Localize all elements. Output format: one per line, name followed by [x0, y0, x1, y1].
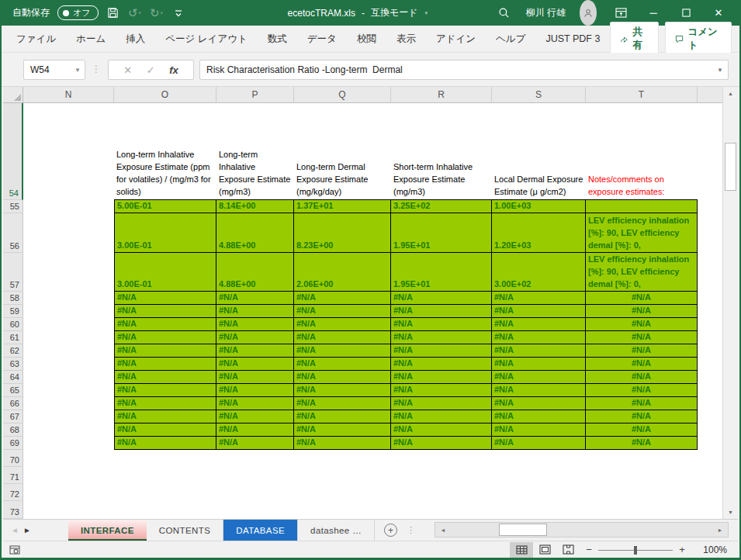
- cell-Q62[interactable]: #N/A: [294, 344, 391, 358]
- cell-N62[interactable]: [23, 344, 114, 358]
- cell-R68[interactable]: #N/A: [391, 423, 492, 437]
- cell-O58[interactable]: #N/A: [114, 292, 216, 305]
- cell-T68[interactable]: #N/A: [586, 423, 698, 437]
- cell-Q56[interactable]: 8.23E+00: [294, 213, 391, 253]
- undo-button[interactable]: ↺▾: [128, 6, 142, 20]
- macro-record-button[interactable]: [9, 545, 20, 555]
- cell-R55[interactable]: 3.25E+02: [391, 200, 492, 213]
- add-sheet-button[interactable]: +: [384, 524, 397, 537]
- cell-R69[interactable]: #N/A: [391, 437, 492, 450]
- cell-T61[interactable]: #N/A: [586, 331, 698, 344]
- autosave-toggle[interactable]: オフ: [57, 5, 99, 20]
- cell-O64[interactable]: #N/A: [114, 371, 216, 384]
- ribbon-tab-10[interactable]: JUST PDF 3: [535, 27, 610, 50]
- cell-S54[interactable]: Local Dermal Exposure Estimate (μ g/cm2): [492, 103, 586, 200]
- cell-Q66[interactable]: #N/A: [294, 397, 391, 410]
- hscroll-thumb[interactable]: [499, 524, 547, 536]
- cell-Q59[interactable]: #N/A: [294, 305, 391, 318]
- cell-Q65[interactable]: #N/A: [294, 384, 391, 397]
- cell-Q57[interactable]: 2.06E+00: [294, 253, 391, 292]
- cell-T66[interactable]: #N/A: [586, 397, 698, 410]
- zoom-out-button[interactable]: −: [580, 544, 598, 555]
- cell-R56[interactable]: 1.95E+01: [391, 213, 492, 253]
- vscroll-down-button[interactable]: ▼: [723, 506, 738, 519]
- cell-S64[interactable]: #N/A: [492, 371, 586, 384]
- ribbon-tab-2[interactable]: 挿入: [116, 26, 155, 52]
- column-header-Q[interactable]: Q: [294, 87, 391, 103]
- row-header-55[interactable]: 55: [3, 200, 23, 213]
- formula-input[interactable]: Risk Characterisation Ratio -Long-term D…: [199, 60, 729, 80]
- cell-Q60[interactable]: #N/A: [294, 318, 391, 331]
- cell-S61[interactable]: #N/A: [492, 331, 586, 344]
- cell-P61[interactable]: #N/A: [216, 331, 294, 344]
- cell-T65[interactable]: #N/A: [586, 384, 698, 397]
- cell-O56[interactable]: 3.00E-01: [114, 213, 216, 253]
- cell-T60[interactable]: #N/A: [586, 318, 698, 331]
- cell-P58[interactable]: #N/A: [216, 292, 294, 305]
- cell-O61[interactable]: #N/A: [114, 331, 216, 344]
- cell-N63[interactable]: [23, 358, 114, 371]
- cell-T63[interactable]: #N/A: [586, 358, 698, 371]
- cell-O65[interactable]: #N/A: [114, 384, 216, 397]
- row-header-66[interactable]: 66: [3, 397, 23, 410]
- row-header-68[interactable]: 68: [3, 423, 23, 437]
- view-page-layout-button[interactable]: [533, 542, 556, 558]
- cell-T55[interactable]: [586, 200, 698, 213]
- cell-S55[interactable]: 1.00E+03: [492, 200, 586, 213]
- cell-O59[interactable]: #N/A: [114, 305, 216, 318]
- cell-P69[interactable]: #N/A: [216, 437, 294, 450]
- search-button[interactable]: [489, 0, 520, 26]
- cell-S58[interactable]: #N/A: [492, 292, 586, 305]
- zoom-slider[interactable]: [598, 542, 673, 558]
- cancel-button[interactable]: ✕: [123, 64, 132, 76]
- cell-N55[interactable]: [23, 200, 114, 213]
- cell-N56[interactable]: [23, 213, 114, 253]
- view-page-break-button[interactable]: [556, 542, 580, 558]
- cell-N61[interactable]: [23, 331, 114, 344]
- empty-row-72[interactable]: [23, 484, 725, 501]
- ribbon-tab-7[interactable]: 表示: [386, 26, 426, 52]
- ribbon-tab-6[interactable]: 校閲: [347, 26, 386, 52]
- cell-O68[interactable]: #N/A: [114, 423, 216, 437]
- cell-R64[interactable]: #N/A: [391, 371, 492, 384]
- cell-P65[interactable]: #N/A: [216, 384, 294, 397]
- cell-P55[interactable]: 8.14E+00: [216, 200, 294, 213]
- cell-Q54[interactable]: Long-term Dermal Exposure Estimate (mg/k…: [294, 103, 391, 200]
- column-header-T[interactable]: T: [586, 87, 698, 103]
- cell-Q58[interactable]: #N/A: [294, 292, 391, 305]
- cell-Q69[interactable]: #N/A: [294, 437, 391, 450]
- cell-Q64[interactable]: #N/A: [294, 371, 391, 384]
- sheet-nav-right-button[interactable]: ►: [16, 526, 39, 534]
- cell-R59[interactable]: #N/A: [391, 305, 492, 318]
- row-header-65[interactable]: 65: [3, 384, 23, 397]
- cell-N57[interactable]: [23, 253, 114, 292]
- sheet-tab-contents[interactable]: CONTENTS: [147, 520, 223, 541]
- name-box[interactable]: W54 ▼: [23, 60, 85, 80]
- compatibility-mode-label[interactable]: 互換モード: [371, 6, 418, 19]
- column-header-P[interactable]: P: [216, 87, 294, 103]
- cell-P62[interactable]: #N/A: [216, 344, 294, 358]
- row-header-58[interactable]: 58: [3, 292, 23, 305]
- horizontal-scrollbar[interactable]: ◄ ►: [435, 522, 729, 538]
- row-header-57[interactable]: 57: [3, 253, 23, 292]
- column-header-O[interactable]: O: [114, 87, 216, 103]
- ribbon-tab-1[interactable]: ホーム: [66, 26, 116, 52]
- comments-button[interactable]: コメント: [665, 22, 732, 56]
- ribbon-tab-8[interactable]: アドイン: [426, 26, 486, 52]
- ribbon-tab-3[interactable]: ページ レイアウト: [155, 26, 258, 52]
- cell-T54[interactable]: Notes/comments on exposure estimates:: [586, 103, 698, 200]
- row-header-54[interactable]: 54: [3, 103, 23, 200]
- insert-function-button[interactable]: fx: [169, 64, 178, 76]
- sheet-tab-interface[interactable]: INTERFACE: [68, 520, 147, 541]
- vscroll-thumb[interactable]: [725, 143, 736, 191]
- row-header-62[interactable]: 62: [3, 344, 23, 358]
- redo-button[interactable]: ↻▾: [150, 6, 164, 20]
- cell-O62[interactable]: #N/A: [114, 344, 216, 358]
- cell-T59[interactable]: #N/A: [586, 305, 698, 318]
- cell-R61[interactable]: #N/A: [391, 331, 492, 344]
- cell-R66[interactable]: #N/A: [391, 397, 492, 410]
- cell-S57[interactable]: 3.00E+02: [492, 253, 586, 292]
- cell-P67[interactable]: #N/A: [216, 410, 294, 423]
- view-normal-button[interactable]: [510, 542, 533, 558]
- cell-N65[interactable]: [23, 384, 114, 397]
